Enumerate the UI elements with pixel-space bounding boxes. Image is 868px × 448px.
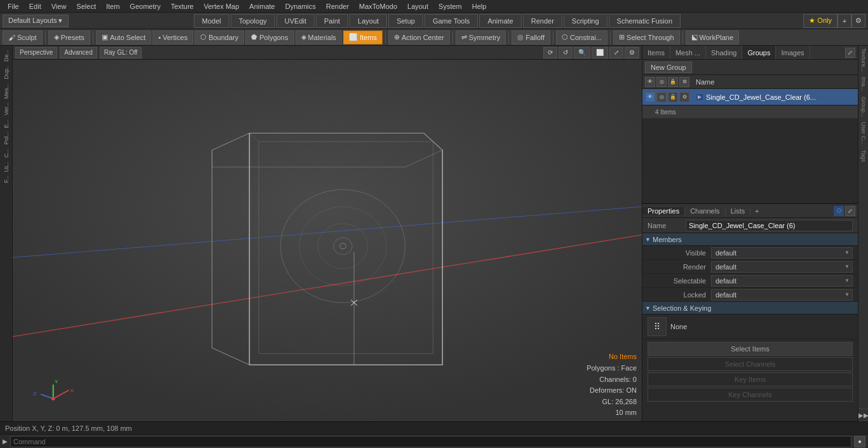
menu-texture[interactable]: Texture — [166, 0, 199, 12]
vertices-button[interactable]: • Vertices — [153, 31, 193, 44]
command-input[interactable] — [10, 436, 851, 447]
add-layout-button[interactable]: + — [837, 14, 851, 28]
menu-view[interactable]: View — [46, 0, 72, 12]
col-icon-lock[interactable]: 🔒 — [668, 77, 678, 87]
right-strip-group[interactable]: Group... — [860, 94, 867, 120]
prop-max-btn[interactable]: ⤢ — [845, 206, 855, 216]
panel-tab-mesh[interactable]: Mesh ... — [670, 46, 706, 59]
key-channels-button[interactable]: Key Channels — [648, 388, 853, 402]
viewport-icon-5[interactable]: ⤢ — [609, 47, 623, 58]
group-expand-toggle[interactable]: ▶ — [696, 93, 703, 101]
members-section-header[interactable]: ▼ Members — [642, 233, 858, 246]
select-through-button[interactable]: ⊞ Select Through — [613, 31, 679, 44]
viewport-icon-3[interactable]: 🔍 — [574, 47, 590, 58]
boundary-button[interactable]: ⬡ Boundary — [194, 31, 244, 44]
sidebar-mes[interactable]: Mes... — [3, 82, 10, 100]
tab-uvedit[interactable]: UVEdit — [276, 14, 315, 28]
tab-render[interactable]: Render — [523, 14, 562, 28]
key-items-button[interactable]: Key Items — [648, 372, 853, 386]
col-icon-settings[interactable]: ⚙ — [679, 77, 689, 87]
panel-tab-items[interactable]: Items — [642, 46, 670, 59]
viewport[interactable]: Perspective Advanced Ray GL: Off ⟳ ↺ 🔍 ⬜… — [13, 46, 642, 421]
polygons-button[interactable]: ⬟ Polygons — [245, 31, 294, 44]
sidebar-c[interactable]: C... — [3, 147, 10, 159]
menu-file[interactable]: File — [3, 0, 24, 12]
selection-keying-header[interactable]: ▼ Selection & Keying — [642, 302, 858, 315]
layout-settings-button[interactable]: ⚙ — [851, 14, 865, 28]
new-group-button[interactable]: New Group — [645, 62, 692, 73]
menu-dynamics[interactable]: Dynamics — [280, 0, 321, 12]
selectable-dropdown[interactable]: default ▼ — [711, 275, 853, 287]
action-center-button[interactable]: ⊕ Action Center — [388, 31, 450, 44]
panel-tab-shading[interactable]: Shading — [706, 46, 742, 59]
tab-layout[interactable]: Layout — [349, 14, 387, 28]
viewport-icon-4[interactable]: ⬜ — [592, 47, 608, 58]
prop-tab-properties[interactable]: Properties — [642, 207, 685, 215]
symmetry-button[interactable]: ⇌ Symmetry — [456, 31, 506, 44]
panel-maximize-btn[interactable]: ⤢ — [845, 48, 855, 58]
viewport-canvas[interactable]: X Y Z No Items Polygons : Face Channels:… — [13, 60, 642, 421]
sidebar-ul[interactable]: UL.. — [3, 160, 10, 173]
workplane-button[interactable]: ⬕ WorkPlane — [686, 31, 740, 44]
menu-animate[interactable]: Animate — [244, 0, 280, 12]
tab-model[interactable]: Model — [194, 14, 229, 28]
sidebar-de[interactable]: De... — [3, 48, 10, 63]
locked-dropdown[interactable]: default ▼ — [711, 289, 853, 301]
tab-gametools[interactable]: Game Tools — [424, 14, 478, 28]
right-strip-expand[interactable]: ▶▶ — [858, 409, 868, 421]
menu-render[interactable]: Render — [321, 0, 354, 12]
tab-setup[interactable]: Setup — [388, 14, 423, 28]
group-icon-render[interactable]: ◎ — [656, 92, 667, 102]
keying-icon[interactable]: ⠿ — [648, 317, 667, 336]
right-strip-user-c[interactable]: User C... — [860, 119, 867, 147]
select-items-button[interactable]: Select Items — [648, 342, 853, 356]
sidebar-dup[interactable]: Dup.. — [3, 64, 10, 81]
menu-edit[interactable]: Edit — [24, 0, 46, 12]
viewport-icon-2[interactable]: ↺ — [559, 47, 573, 58]
menu-geometry[interactable]: Geometry — [125, 0, 165, 12]
col-icon-render[interactable]: ◎ — [656, 77, 667, 87]
tab-topology[interactable]: Topology — [231, 14, 275, 28]
only-tab[interactable]: ★ Only — [803, 14, 837, 28]
sidebar-f[interactable]: F... — [3, 174, 10, 184]
group-icon-lock[interactable]: 🔒 — [668, 92, 678, 102]
viewport-raygl-btn[interactable]: Ray GL: Off — [100, 47, 142, 58]
prop-tab-lists[interactable]: Lists — [726, 207, 751, 215]
group-item-jewel-case[interactable]: 👁 ◎ 🔒 ⚙ ▶ Single_CD_Jewel_Case_Clear (6.… — [642, 89, 858, 105]
prop-tab-channels[interactable]: Channels — [685, 207, 725, 215]
menu-system[interactable]: System — [433, 0, 467, 12]
items-button[interactable]: ⬜ Items — [343, 31, 383, 44]
col-icon-eye[interactable]: 👁 — [645, 77, 655, 87]
menu-layout[interactable]: Layout — [402, 0, 433, 12]
tab-scripting[interactable]: Scripting — [564, 14, 607, 28]
tab-animate[interactable]: Animate — [479, 14, 521, 28]
menu-maxtomodo[interactable]: MaxToModo — [354, 0, 402, 12]
materials-button[interactable]: ◈ Materials — [295, 31, 342, 44]
sidebar-e[interactable]: E... — [3, 118, 10, 130]
tab-schematic-fusion[interactable]: Schematic Fusion — [609, 14, 681, 28]
sidebar-ver[interactable]: Ver... — [3, 101, 10, 117]
viewport-icon-1[interactable]: ⟳ — [543, 47, 557, 58]
panel-tab-groups[interactable]: Groups — [742, 46, 776, 59]
menu-select[interactable]: Select — [71, 0, 101, 12]
render-dropdown[interactable]: default ▼ — [711, 261, 853, 273]
cmd-execute-button[interactable]: ● — [854, 436, 865, 447]
prop-tab-add[interactable]: + — [750, 207, 763, 215]
groups-list-area[interactable]: 👁 ◎ 🔒 ⚙ ▶ Single_CD_Jewel_Case_Clear (6.… — [642, 89, 858, 203]
right-strip-texture[interactable]: Texture... — [860, 46, 867, 74]
tab-paint[interactable]: Paint — [316, 14, 348, 28]
layout-selector[interactable]: Default Layouts ▾ — [3, 15, 69, 27]
group-icon-settings[interactable]: ⚙ — [679, 92, 689, 102]
viewport-icon-6[interactable]: ⚙ — [625, 47, 639, 58]
sculpt-button[interactable]: 🖌 Sculpt — [3, 31, 43, 44]
viewport-perspective-btn[interactable]: Perspective — [15, 47, 57, 58]
prop-name-input[interactable] — [686, 220, 853, 231]
right-strip-tags[interactable]: Tags — [860, 147, 867, 165]
presets-button[interactable]: ◈ Presets — [48, 31, 90, 44]
sidebar-pol[interactable]: Pol... — [3, 130, 10, 146]
viewport-advanced-btn[interactable]: Advanced — [60, 47, 97, 58]
menu-help[interactable]: Help — [467, 0, 492, 12]
menu-vertex-map[interactable]: Vertex Map — [199, 0, 245, 12]
panel-tab-images[interactable]: Images — [776, 46, 810, 59]
menu-item[interactable]: Item — [101, 0, 125, 12]
